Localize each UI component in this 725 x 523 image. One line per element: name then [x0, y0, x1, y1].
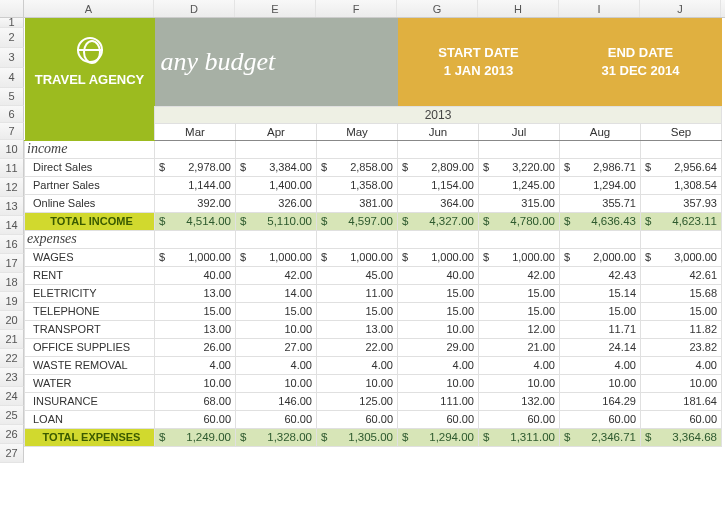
cell[interactable]: 11.00	[317, 284, 398, 302]
cell[interactable]: 15.00	[317, 302, 398, 320]
row-header-7[interactable]: 7	[0, 123, 24, 140]
cell[interactable]: 381.00	[317, 194, 398, 212]
col-header-J[interactable]: J	[640, 0, 721, 17]
month-cell[interactable]: Sep	[641, 123, 722, 140]
month-cell[interactable]: Aug	[560, 123, 641, 140]
cell[interactable]: 2,986.71	[560, 158, 641, 176]
cell[interactable]: 12.00	[479, 320, 560, 338]
row-label[interactable]: Online Sales	[25, 194, 155, 212]
total-cell[interactable]: 4,780.00	[479, 212, 560, 230]
cell[interactable]: 2,809.00	[398, 158, 479, 176]
row-header-19[interactable]: 19	[0, 292, 24, 311]
cell[interactable]: 10.00	[236, 374, 317, 392]
row-label[interactable]: Partner Sales	[25, 176, 155, 194]
cell[interactable]: 10.00	[398, 374, 479, 392]
col-header-A[interactable]: A	[24, 0, 154, 17]
cell[interactable]: 27.00	[236, 338, 317, 356]
cell[interactable]: 11.82	[641, 320, 722, 338]
cell[interactable]: 3,220.00	[479, 158, 560, 176]
total-cell[interactable]: 4,636.43	[560, 212, 641, 230]
cell[interactable]: 2,858.00	[317, 158, 398, 176]
total-label[interactable]: TOTAL INCOME	[25, 212, 155, 230]
cell[interactable]: 45.00	[317, 266, 398, 284]
cell[interactable]: 355.71	[560, 194, 641, 212]
cell[interactable]: 1,358.00	[317, 176, 398, 194]
cell[interactable]: 4.00	[317, 356, 398, 374]
row-header-18[interactable]: 18	[0, 273, 24, 292]
row-label[interactable]: TRANSPORT	[25, 320, 155, 338]
cell[interactable]: 10.00	[479, 374, 560, 392]
row-header-25[interactable]: 25	[0, 406, 24, 425]
row-label[interactable]: TELEPHONE	[25, 302, 155, 320]
total-label[interactable]: TOTAL EXPENSES	[25, 428, 155, 446]
cell[interactable]: 4.00	[560, 356, 641, 374]
total-cell[interactable]: 4,597.00	[317, 212, 398, 230]
cell[interactable]: 125.00	[317, 392, 398, 410]
cell[interactable]: 1,144.00	[155, 176, 236, 194]
row-header-5[interactable]: 5	[0, 88, 24, 106]
cell[interactable]: 10.00	[398, 320, 479, 338]
cell[interactable]: 10.00	[236, 320, 317, 338]
cell[interactable]: 3,000.00	[641, 248, 722, 266]
cell[interactable]: 13.00	[317, 320, 398, 338]
cell[interactable]: 21.00	[479, 338, 560, 356]
cell[interactable]: 4.00	[479, 356, 560, 374]
total-cell[interactable]: 1,311.00	[479, 428, 560, 446]
total-cell[interactable]: 4,623.11	[641, 212, 722, 230]
row-header-12[interactable]: 12	[0, 178, 24, 197]
cell[interactable]: 11.71	[560, 320, 641, 338]
cell[interactable]: 4.00	[641, 356, 722, 374]
cell[interactable]: 1,400.00	[236, 176, 317, 194]
cell[interactable]: 1,294.00	[560, 176, 641, 194]
cell[interactable]: 23.82	[641, 338, 722, 356]
col-header-F[interactable]: F	[316, 0, 397, 17]
row-header-4[interactable]: 4	[0, 68, 24, 88]
total-cell[interactable]: 1,328.00	[236, 428, 317, 446]
cell[interactable]: 364.00	[398, 194, 479, 212]
cell[interactable]: 26.00	[155, 338, 236, 356]
total-cell[interactable]: 3,364.68	[641, 428, 722, 446]
row-header-27[interactable]: 27	[0, 444, 24, 463]
cell[interactable]: 15.00	[398, 302, 479, 320]
cell[interactable]: 15.00	[560, 302, 641, 320]
row-label[interactable]: ELETRICITY	[25, 284, 155, 302]
total-cell[interactable]: 5,110.00	[236, 212, 317, 230]
row-header-21[interactable]: 21	[0, 330, 24, 349]
cell[interactable]: 60.00	[479, 410, 560, 428]
cell[interactable]: 15.00	[479, 302, 560, 320]
cell[interactable]: 60.00	[155, 410, 236, 428]
grid-area[interactable]: TRAVEL AGENCY any budget START DATE 1 JA…	[24, 18, 722, 447]
row-header-16[interactable]: 16	[0, 235, 24, 254]
cell[interactable]: 15.68	[641, 284, 722, 302]
cell[interactable]: 1,000.00	[479, 248, 560, 266]
cell[interactable]: 60.00	[641, 410, 722, 428]
row-label[interactable]: INSURANCE	[25, 392, 155, 410]
cell[interactable]: 315.00	[479, 194, 560, 212]
col-header-D[interactable]: D	[154, 0, 235, 17]
cell[interactable]: 13.00	[155, 320, 236, 338]
cell[interactable]: 2,956.64	[641, 158, 722, 176]
cell[interactable]: 24.14	[560, 338, 641, 356]
cell[interactable]: 3,384.00	[236, 158, 317, 176]
cell[interactable]: 111.00	[398, 392, 479, 410]
row-header-13[interactable]: 13	[0, 197, 24, 216]
cell[interactable]: 22.00	[317, 338, 398, 356]
cell[interactable]: 10.00	[317, 374, 398, 392]
cell[interactable]: 1,000.00	[317, 248, 398, 266]
row-header-17[interactable]: 17	[0, 254, 24, 273]
row-label[interactable]: OFFICE SUPPLIES	[25, 338, 155, 356]
row-label[interactable]: WAGES	[25, 248, 155, 266]
col-header-H[interactable]: H	[478, 0, 559, 17]
cell[interactable]: 357.93	[641, 194, 722, 212]
select-all-corner[interactable]	[0, 0, 24, 17]
cell[interactable]: 164.29	[560, 392, 641, 410]
row-label[interactable]: WATER	[25, 374, 155, 392]
row-header-11[interactable]: 11	[0, 159, 24, 178]
cell[interactable]: 4.00	[155, 356, 236, 374]
total-cell[interactable]: 2,346.71	[560, 428, 641, 446]
cell[interactable]: 40.00	[155, 266, 236, 284]
total-cell[interactable]: 1,294.00	[398, 428, 479, 446]
cell[interactable]: 60.00	[398, 410, 479, 428]
row-header-6[interactable]: 6	[0, 106, 24, 123]
cell[interactable]: 15.00	[155, 302, 236, 320]
